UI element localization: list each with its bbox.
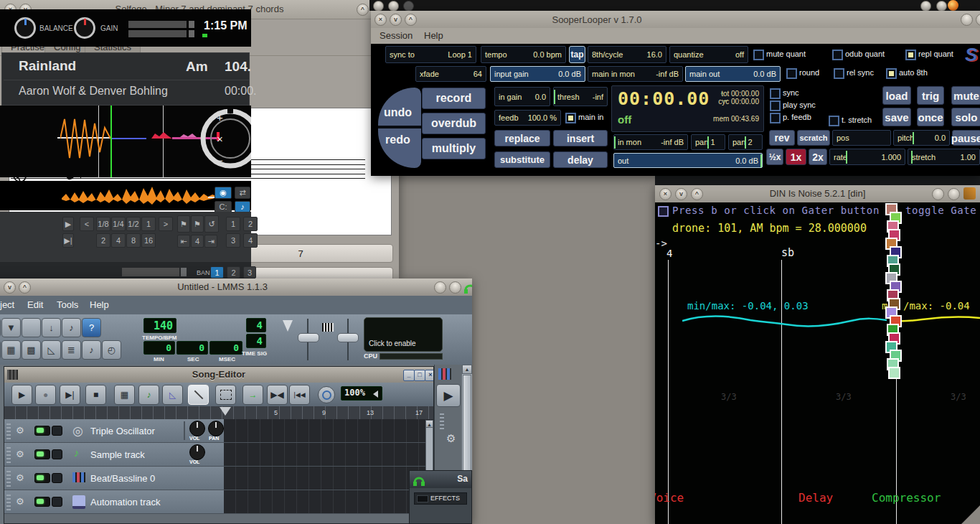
play-button[interactable]: ▶ (436, 384, 461, 407)
beatjump-size-button[interactable]: 1/8 (96, 217, 110, 231)
beatjump-back-button[interactable]: < (80, 217, 94, 231)
sync-to-control[interactable]: sync toLoop 1 (385, 46, 476, 63)
gear-icon[interactable]: ⚙ (446, 432, 456, 445)
subwindow-titlebar[interactable]: Sa (410, 471, 471, 488)
song-editor-titlebar[interactable]: Song-Editor _ □ × (4, 367, 433, 383)
stretch-control[interactable]: stretch1.00 (908, 149, 980, 165)
unshade-icon[interactable]: ^ (691, 188, 703, 200)
cue-button[interactable]: ▶| (62, 233, 74, 248)
menu-help[interactable]: Help (90, 299, 109, 310)
loop-halve-button[interactable]: ⇤ (177, 235, 190, 248)
tempo-display[interactable]: 140 (143, 318, 176, 333)
drag-handle-icon[interactable] (6, 422, 11, 439)
pan1-control[interactable]: pan 1 (691, 134, 725, 150)
beatjump-size-button[interactable]: 1/4 (111, 217, 126, 231)
save-project-button[interactable] (22, 318, 41, 337)
rollup-icon[interactable] (932, 188, 944, 200)
beatjump-size-button[interactable]: 2 (96, 233, 110, 248)
solo-led[interactable] (52, 473, 62, 483)
shade-icon[interactable]: v (675, 188, 687, 200)
add-sample-track-button[interactable]: ♪ (138, 385, 159, 405)
timeline[interactable]: 5 9 13 17 (4, 406, 433, 419)
minimize-icon[interactable]: _ (403, 370, 415, 381)
maximize-icon[interactable]: □ (414, 370, 425, 381)
solo-led[interactable] (52, 449, 62, 459)
gater-pattern-column[interactable] (885, 203, 902, 375)
song-editor-toggle[interactable]: ▤ (0, 340, 1, 360)
repeat-button[interactable]: ⇄ (235, 187, 250, 199)
odub-quant-checkbox[interactable] (832, 50, 843, 60)
eighth-per-cycle-control[interactable]: 8th/cycle16.0 (588, 46, 666, 63)
master-pitch-handle[interactable] (337, 333, 359, 342)
quantize-button[interactable]: ♪ (235, 201, 250, 212)
out-gain-control[interactable]: out0.0 dB (613, 153, 763, 168)
round-checkbox[interactable] (786, 68, 797, 79)
undo-button[interactable]: undo (384, 106, 412, 119)
draw-mode-button[interactable] (188, 385, 209, 405)
add-bb-track-button[interactable]: ▦ (114, 385, 135, 405)
timesig-numerator[interactable]: 4 (246, 318, 266, 332)
delay-button[interactable]: Delay (798, 491, 833, 505)
waveform-view[interactable]: + × − (0, 106, 251, 177)
gain-knob[interactable] (74, 17, 95, 39)
edit-mode-button[interactable] (215, 385, 236, 405)
waveform-display[interactable] (682, 312, 887, 330)
beatjump-size-button[interactable]: 8 (126, 233, 141, 248)
sooperlooper-titlebar[interactable]: × v ^ SooperLooper v 1.7.0 (371, 11, 980, 28)
xfade-control[interactable]: xfade64 (415, 66, 486, 82)
in-mon-control[interactable]: in mon-inf dB (613, 134, 688, 150)
gear-icon[interactable]: ⚙ (16, 449, 24, 459)
track-name[interactable]: Beat/Bassline 0 (90, 473, 155, 484)
shade-icon[interactable]: v (390, 14, 402, 26)
menu-icon[interactable] (936, 1, 947, 11)
record-button[interactable]: ● (35, 385, 56, 405)
effects-chain-header[interactable]: EFFECTS (414, 492, 467, 505)
main-out-control[interactable]: main out0.0 dB (685, 66, 781, 82)
deck-info-panel[interactable]: Rainland Am 104. Aaron Wolf & Denver Boh… (1, 52, 250, 106)
loop-in-button[interactable]: ⚑ (177, 215, 190, 233)
normal-speed-button[interactable]: 1x (786, 149, 806, 165)
timesig-denominator[interactable]: 4 (246, 334, 266, 348)
close-icon[interactable]: × (425, 370, 434, 381)
open-project-button[interactable]: ▼ (1, 318, 21, 337)
save-button[interactable]: save (882, 108, 911, 126)
once-button[interactable]: once (917, 108, 944, 126)
gear-icon[interactable]: ⚙ (16, 425, 24, 436)
insert-button[interactable]: insert (553, 130, 608, 146)
pitch-control[interactable]: pitch0.0 (893, 130, 950, 146)
track-timeline-area[interactable] (224, 490, 433, 513)
track-name[interactable]: Sample track (90, 449, 145, 460)
hotcue-button[interactable]: 3 (226, 233, 240, 248)
visualizer[interactable]: Click to enable (364, 317, 443, 352)
stop-button[interactable]: ■ (85, 385, 106, 405)
rollup-icon[interactable] (920, 1, 931, 11)
sync-checkbox[interactable] (770, 88, 781, 99)
beatjump-size-button[interactable]: 4 (111, 233, 126, 248)
drag-handle-icon[interactable] (440, 412, 444, 429)
rewind-button[interactable]: |◀◀ (289, 385, 310, 405)
overview-waveform[interactable]: ◉ ⇄ C: ♪ (0, 181, 251, 210)
multiply-button[interactable]: multiply (422, 138, 486, 159)
rollup-icon[interactable]: ^ (357, 4, 369, 16)
menu-icon[interactable] (948, 188, 960, 200)
follow-playback-button[interactable]: → (242, 385, 263, 405)
double-speed-button[interactable]: 2x (809, 149, 827, 165)
din-titlebar[interactable]: × v ^ DIN Is Noise 5.2.1 [din] (655, 185, 980, 202)
record-play-button[interactable]: ▶| (60, 385, 80, 405)
menu-project[interactable]: ject (0, 299, 14, 310)
quantize-control[interactable]: quantizeoff (669, 46, 748, 63)
main-in-mon-control[interactable]: main in mon-inf dB (588, 66, 683, 82)
reverse-button[interactable]: rev (769, 130, 795, 146)
mute-led[interactable] (34, 426, 50, 436)
voice-button[interactable]: Voice (655, 491, 684, 505)
export-midi-button[interactable]: ♪ (62, 318, 81, 337)
input-gain-control[interactable]: input gain0.0 dB (490, 66, 585, 82)
track-timeline-area[interactable] (224, 419, 433, 442)
menu-icon[interactable] (449, 281, 461, 294)
scroll-up-icon[interactable]: ▲ (462, 365, 472, 374)
export-project-button[interactable]: ↓ (42, 318, 61, 337)
master-volume-handle[interactable] (298, 333, 319, 342)
thresh-control[interactable]: thresh-inf (553, 87, 608, 106)
bank-button-2[interactable]: 2 (227, 266, 240, 279)
new-project-button[interactable]: + (0, 318, 1, 337)
